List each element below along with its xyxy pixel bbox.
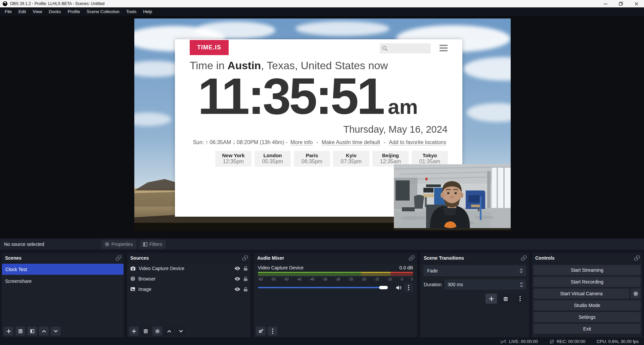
add-transition-button[interactable] <box>486 294 497 304</box>
scene-move-down-button[interactable] <box>51 327 60 336</box>
filters-button[interactable]: Filters <box>140 240 166 249</box>
image-icon <box>130 287 135 291</box>
visibility-eye-icon[interactable] <box>234 287 240 291</box>
mixer-menu-button[interactable] <box>268 327 277 336</box>
source-move-down-button[interactable] <box>176 327 186 336</box>
combo-chevrons-icon <box>517 266 525 275</box>
duration-spinbox[interactable]: 300 ms <box>445 279 526 290</box>
dots-vertical-icon <box>272 329 273 334</box>
webcam-video-frame <box>394 164 511 230</box>
cpu-fps-stats: CPU: 0.6%, 30.00 fps <box>597 339 639 344</box>
add-scene-button[interactable] <box>4 327 13 336</box>
spin-chevrons-icon[interactable] <box>520 282 526 287</box>
gear-icon <box>633 291 638 296</box>
titlebar: OBS 29.1.2 - Profile: LLHLS BETA - Scene… <box>0 0 644 7</box>
menu-docks[interactable]: Docks <box>45 7 64 16</box>
add-favorite-link[interactable]: Add to favorite locations <box>389 139 446 145</box>
city-tile-london[interactable]: London05:35pm <box>255 151 291 167</box>
volume-slider[interactable] <box>258 286 393 289</box>
more-info-link[interactable]: More info <box>290 139 313 145</box>
scenes-panel: Scenes Clock Test Screenshare <box>1 253 124 338</box>
sources-title: Sources <box>130 255 149 261</box>
live-timecode: LIVE: 00:00:00 <box>509 339 538 344</box>
menu-file[interactable]: File <box>1 7 15 16</box>
status-bar: LIVE: 00:00:00 REC: 00:00:00 CPU: 0.6%, … <box>0 338 644 345</box>
virtual-camera-config-button[interactable] <box>631 289 641 299</box>
menu-profile[interactable]: Profile <box>64 7 83 16</box>
close-button[interactable] <box>629 0 644 7</box>
city-tile-newyork[interactable]: New York12:35pm <box>215 151 251 167</box>
lock-icon[interactable] <box>243 287 248 292</box>
popout-icon[interactable] <box>409 256 414 260</box>
current-date: Thursday, May 16, 2024 <box>343 124 448 135</box>
audio-mixer-panel: Audio Mixer Video Capture Device 0.0 dB … <box>254 253 417 338</box>
mixer-channel-name: Video Capture Device <box>258 265 304 270</box>
lock-icon[interactable] <box>243 266 248 271</box>
popout-icon[interactable] <box>242 256 248 260</box>
city-tile-kyiv[interactable]: Kyiv07:35pm <box>333 151 369 167</box>
start-virtual-camera-button[interactable]: Start Virtual Camera <box>534 289 629 299</box>
menu-view[interactable]: View <box>29 7 45 16</box>
speaker-icon[interactable] <box>396 285 402 290</box>
studio-mode-button[interactable]: Studio Mode <box>534 300 641 310</box>
city-tile-paris[interactable]: Paris06:35pm <box>294 151 330 167</box>
menu-scene-collection[interactable]: Scene Collection <box>83 7 123 16</box>
scene-item-screenshare[interactable]: Screenshare <box>2 275 124 287</box>
minimize-button[interactable] <box>598 0 613 7</box>
transition-select[interactable]: Fade <box>424 266 526 276</box>
vu-meter: -60-55-50-45-40-35-30-25-20-15-10-50 <box>254 271 417 281</box>
obs-window: OBS 29.1.2 - Profile: LLHLS BETA - Scene… <box>0 0 644 345</box>
dots-vertical-icon <box>519 296 521 301</box>
make-default-link[interactable]: Make Austin time default <box>322 139 380 145</box>
volume-slider-handle[interactable] <box>379 286 388 289</box>
start-recording-button[interactable]: Start Recording <box>534 277 641 287</box>
controls-title: Controls <box>535 255 555 261</box>
remove-source-button[interactable] <box>141 327 150 336</box>
menu-help[interactable]: Help <box>140 7 155 16</box>
remove-transition-button[interactable] <box>500 294 511 304</box>
source-item-video-capture[interactable]: Video Capture Device <box>127 263 250 273</box>
obs-logo-icon <box>3 1 7 6</box>
remove-scene-button[interactable] <box>15 327 25 336</box>
audio-mixer-title: Audio Mixer <box>257 255 284 261</box>
lock-icon[interactable] <box>243 276 248 281</box>
program-canvas[interactable]: TIME.IS Time in Austin, Texas, United St… <box>134 18 511 231</box>
source-item-image[interactable]: Image <box>127 284 250 294</box>
selected-source-toolbar: No source selected Properties Filters <box>0 238 644 250</box>
source-item-browser[interactable]: Browser <box>127 273 250 284</box>
search-icon <box>382 45 388 51</box>
gears-icon <box>258 329 264 334</box>
scene-filters-button[interactable] <box>27 327 37 336</box>
menu-edit[interactable]: Edit <box>15 7 29 16</box>
popout-icon[interactable] <box>116 256 121 260</box>
visibility-eye-icon[interactable] <box>234 277 240 281</box>
add-source-button[interactable] <box>129 327 139 336</box>
scene-move-up-button[interactable] <box>39 327 49 336</box>
rec-timecode: REC: 00:00:00 <box>557 339 585 344</box>
transition-properties-button[interactable] <box>514 294 526 304</box>
restore-button[interactable] <box>613 0 629 7</box>
timeis-logo[interactable]: TIME.IS <box>190 40 229 55</box>
scene-item-clock-test[interactable]: Clock Test <box>2 264 124 275</box>
properties-button[interactable]: Properties <box>101 240 136 249</box>
popout-icon[interactable] <box>634 256 640 260</box>
timeis-search-input[interactable] <box>380 43 431 53</box>
menu-tools[interactable]: Tools <box>123 7 140 16</box>
dock-area: Scenes Clock Test Screenshare Sources Vi… <box>0 250 644 338</box>
popout-icon[interactable] <box>521 256 526 260</box>
exit-button[interactable]: Exit <box>534 324 641 334</box>
hamburger-menu-icon[interactable] <box>440 45 448 51</box>
menubar: File Edit View Docks Profile Scene Colle… <box>0 7 644 16</box>
globe-icon <box>130 276 135 281</box>
gear-icon <box>155 329 160 334</box>
sun-info-line: Sun: ↑ 06:35AM ↓ 08:20PM (13h 46m) - Mor… <box>175 139 448 145</box>
visibility-eye-icon[interactable] <box>234 266 240 270</box>
mixer-channel-menu-button[interactable] <box>404 283 413 292</box>
advanced-audio-properties-button[interactable] <box>256 327 266 336</box>
source-move-up-button[interactable] <box>164 327 174 336</box>
start-streaming-button[interactable]: Start Streaming <box>534 265 641 275</box>
settings-button[interactable]: Settings <box>534 312 641 322</box>
vu-meter-scale: -60-55-50-45-40-35-30-25-20-15-10-50 <box>258 277 413 281</box>
source-properties-button[interactable] <box>152 327 162 336</box>
webcam-source[interactable] <box>394 164 511 230</box>
